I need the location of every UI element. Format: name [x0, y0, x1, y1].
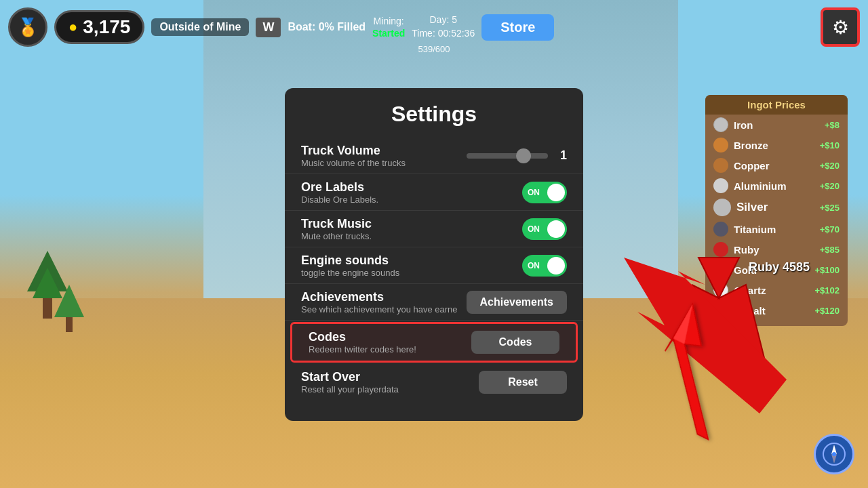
- settings-info-codes: Codes Redeem twitter codes here!: [309, 330, 471, 354]
- svg-point-7: [832, 452, 836, 456]
- settings-row-truck-volume: Truck Volume Music volume of the trucks …: [285, 138, 583, 174]
- settings-info-start-over: Start Over Reset all your playerdata: [301, 370, 479, 394]
- ore-labels-desc: Disable Ore Labels.: [301, 195, 522, 205]
- ore-labels-label: Ore Labels: [301, 180, 522, 195]
- ore-labels-toggle[interactable]: ON: [522, 182, 567, 203]
- ore-labels-control: ON: [522, 182, 567, 203]
- engine-sounds-toggle-text: ON: [528, 261, 540, 270]
- achievements-button[interactable]: Achievements: [467, 291, 568, 314]
- settings-modal: Settings Truck Volume Music volume of th…: [285, 88, 583, 421]
- engine-sounds-control: ON: [522, 255, 567, 277]
- truck-volume-control: 1: [467, 148, 567, 163]
- engine-sounds-desc: toggle the engine sounds: [301, 268, 522, 278]
- codes-control: Codes: [471, 331, 559, 354]
- volume-slider[interactable]: [467, 153, 548, 159]
- truck-music-desc: Mute other trucks.: [301, 231, 522, 241]
- settings-row-ore-labels: Ore Labels Disable Ore Labels. ON: [285, 174, 583, 211]
- ore-labels-toggle-text: ON: [528, 188, 540, 197]
- codes-highlight-box: Codes Redeem twitter codes here! Codes: [290, 322, 578, 363]
- volume-knob[interactable]: [516, 148, 531, 163]
- truck-music-toggle-text: ON: [528, 224, 540, 234]
- settings-info-ore-labels: Ore Labels Disable Ore Labels.: [301, 180, 522, 205]
- engine-sounds-label: Engine sounds: [301, 253, 522, 268]
- start-over-desc: Reset all your playerdata: [301, 384, 479, 394]
- settings-row-codes: Codes Redeem twitter codes here! Codes: [292, 324, 576, 361]
- codes-desc: Redeem twitter codes here!: [309, 344, 471, 354]
- settings-info-truck-volume: Truck Volume Music volume of the trucks: [301, 144, 467, 168]
- truck-volume-label: Truck Volume: [301, 144, 467, 158]
- settings-row-truck-music: Truck Music Mute other trucks. ON: [285, 211, 583, 247]
- truck-music-control: ON: [522, 218, 567, 240]
- start-over-control: Reset: [479, 371, 567, 394]
- codes-label: Codes: [309, 330, 471, 344]
- compass-icon-svg: [822, 442, 846, 466]
- truck-music-label: Truck Music: [301, 217, 522, 231]
- volume-value: 1: [560, 148, 567, 163]
- reset-button[interactable]: Reset: [479, 371, 567, 394]
- settings-row-engine-sounds: Engine sounds toggle the engine sounds O…: [285, 247, 583, 284]
- settings-info-truck-music: Truck Music Mute other trucks.: [301, 217, 522, 241]
- truck-volume-desc: Music volume of the trucks: [301, 158, 467, 168]
- engine-sounds-toggle-knob: [547, 257, 565, 274]
- settings-overlay: Settings Truck Volume Music volume of th…: [0, 0, 868, 488]
- settings-info-engine-sounds: Engine sounds toggle the engine sounds: [301, 253, 522, 278]
- settings-row-start-over: Start Over Reset all your playerdata Res…: [285, 364, 583, 401]
- settings-title: Settings: [285, 102, 583, 127]
- engine-sounds-toggle[interactable]: ON: [522, 255, 567, 277]
- compass-button[interactable]: [814, 434, 854, 474]
- achievements-desc: See which achievement you have earne: [301, 304, 467, 314]
- truck-music-toggle[interactable]: ON: [522, 218, 567, 240]
- settings-info-achievements: Achievements See which achievement you h…: [301, 290, 467, 314]
- settings-row-achievements: Achievements See which achievement you h…: [285, 284, 583, 321]
- start-over-label: Start Over: [301, 370, 479, 384]
- ore-labels-toggle-knob: [547, 184, 565, 201]
- achievements-label: Achievements: [301, 290, 467, 304]
- achievements-control: Achievements: [467, 291, 568, 314]
- truck-music-toggle-knob: [547, 220, 565, 238]
- codes-button[interactable]: Codes: [471, 331, 559, 354]
